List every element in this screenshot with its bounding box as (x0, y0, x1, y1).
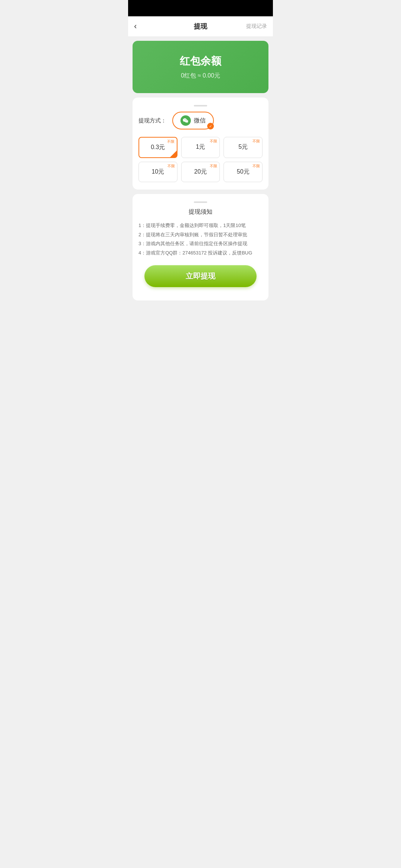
withdraw-method-row: 提现方式： 微信 ✓ (138, 112, 263, 129)
amount-badge-2: 不限 (252, 139, 260, 144)
notice-item-3: 4：游戏官方QQ群：274653172 投诉建议，反馈BUG (138, 249, 263, 258)
notice-title: 提现须知 (138, 208, 263, 216)
amount-value-2: 5元 (238, 144, 248, 150)
page-title: 提现 (194, 22, 207, 31)
wechat-button[interactable]: 微信 ✓ (172, 112, 214, 129)
amount-btn-2[interactable]: 不限 5元 (224, 137, 263, 158)
drag-indicator (194, 105, 207, 106)
amount-badge-5: 不限 (252, 164, 260, 169)
back-button[interactable]: ‹ (134, 22, 137, 31)
amount-value-4: 20元 (194, 168, 207, 175)
nav-bar: ‹ 提现 提现记录 (128, 16, 273, 36)
amount-btn-5[interactable]: 不限 50元 (224, 162, 263, 182)
withdraw-button[interactable]: 立即提现 (144, 265, 257, 287)
notice-list: 1：提现手续费零，金额达到即可领取，1天限10笔 2：提现将在三天内审核到账，节… (138, 221, 263, 258)
wechat-label: 微信 (194, 117, 206, 125)
wechat-check-icon: ✓ (207, 123, 214, 129)
method-label: 提现方式： (138, 117, 166, 124)
balance-amount: 0红包 ≈ 0.00元 (140, 72, 261, 80)
amount-badge-1: 不限 (210, 139, 217, 144)
amount-btn-4[interactable]: 不限 20元 (181, 162, 220, 182)
balance-card: 红包余额 0红包 ≈ 0.00元 (133, 41, 268, 93)
amount-btn-3[interactable]: 不限 10元 (138, 162, 177, 182)
notice-item-1: 2：提现将在三天内审核到账，节假日暂不处理审批 (138, 230, 263, 240)
notice-item-2: 3：游戏内其他任务区，请前往指定任务区操作提现 (138, 239, 263, 249)
amount-value-3: 10元 (151, 168, 164, 175)
amount-btn-0[interactable]: 不限 0.3元 (138, 137, 177, 158)
amount-check-0 (170, 150, 177, 158)
amount-btn-1[interactable]: 不限 1元 (181, 137, 220, 158)
notice-card: 提现须知 1：提现手续费零，金额达到即可领取，1天限10笔 2：提现将在三天内审… (133, 194, 268, 300)
bottom-space (128, 300, 273, 315)
amount-badge-3: 不限 (167, 164, 175, 169)
amount-badge-0: 不限 (167, 139, 175, 144)
amount-value-1: 1元 (196, 144, 205, 150)
amount-badge-4: 不限 (210, 164, 217, 169)
balance-title: 红包余额 (140, 54, 261, 68)
notice-drag-indicator (194, 201, 207, 203)
wechat-icon (180, 115, 191, 126)
notice-item-0: 1：提现手续费零，金额达到即可领取，1天限10笔 (138, 221, 263, 230)
status-bar (128, 0, 273, 16)
history-link[interactable]: 提现记录 (246, 23, 267, 30)
amount-value-0: 0.3元 (151, 144, 165, 150)
amount-value-5: 50元 (237, 168, 250, 175)
withdraw-section-card: 提现方式： 微信 ✓ 不限 0.3元 不限 1元 不限 5元 不 (133, 98, 268, 190)
amount-grid: 不限 0.3元 不限 1元 不限 5元 不限 10元 不限 20元 不限 50元 (138, 137, 263, 182)
